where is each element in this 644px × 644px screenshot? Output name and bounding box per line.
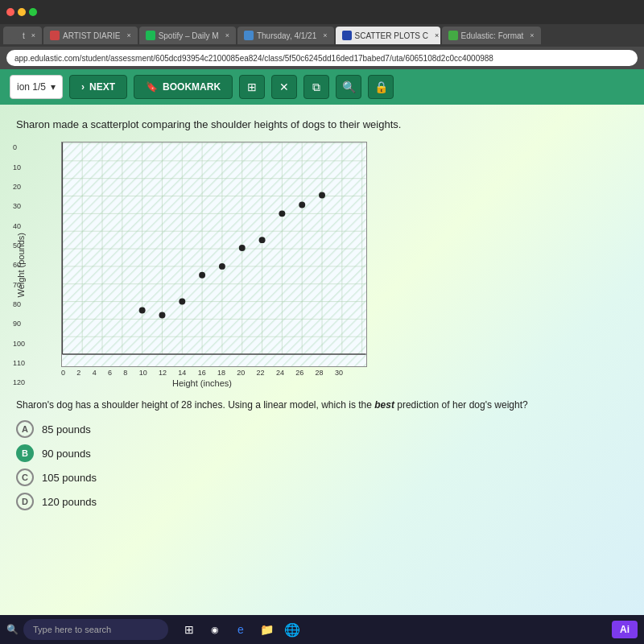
tab-favicon-2	[146, 31, 155, 40]
choice-a[interactable]: A 85 pounds	[16, 420, 628, 438]
choice-text-c: 105 pounds	[42, 472, 97, 484]
grid-icon: ⊞	[247, 80, 257, 93]
tab-close-3[interactable]: ×	[323, 31, 327, 39]
next-button[interactable]: › NEXT	[69, 75, 127, 99]
scatter-chart	[61, 142, 367, 367]
tab-label-0: t	[23, 31, 25, 40]
taskbar-icons: ⊞ ◉ e 📁 🌐	[180, 620, 302, 639]
lock-icon: 🔒	[374, 80, 388, 93]
choice-text-b: 90 pounds	[42, 448, 91, 460]
data-point-8	[299, 202, 305, 208]
tab-label-1: ARTIST DIARIE	[63, 31, 120, 40]
answer-stem: Sharon's dog has a shoulder height of 28…	[16, 398, 628, 412]
taskbar-chrome-icon[interactable]: 🌐	[283, 620, 302, 639]
bookmark-button[interactable]: 🔖 BOOKMARK	[134, 75, 233, 99]
address-bar: app.edulastic.com/student/assessment/605…	[0, 47, 644, 69]
tab-favicon-4	[342, 31, 352, 40]
taskbar-ai-button[interactable]: Ai	[612, 621, 638, 638]
data-point-6	[259, 237, 266, 243]
search-icon: 🔍	[342, 80, 356, 93]
choice-d[interactable]: D 120 pounds	[16, 493, 628, 510]
tab-1[interactable]: ARTIST DIARIE ×	[43, 27, 138, 44]
choice-text-a: 85 pounds	[42, 423, 91, 436]
grid-button[interactable]: ⊞	[239, 75, 265, 99]
tab-favicon-1	[50, 31, 60, 40]
svg-rect-2	[62, 142, 365, 366]
tab-label-5: Edulastic: Format	[461, 31, 524, 40]
tab-close-4[interactable]: ×	[435, 31, 439, 39]
window-minimize-dot[interactable]	[18, 8, 26, 16]
choice-circle-d[interactable]: D	[16, 493, 34, 510]
question-text: Sharon made a scatterplot comparing the …	[16, 118, 628, 132]
choice-text-d: 120 pounds	[42, 496, 97, 508]
choice-circle-a[interactable]: A	[16, 420, 34, 438]
choice-circle-b[interactable]: B	[16, 444, 34, 462]
tab-0[interactable]: t ×	[3, 27, 42, 44]
x-axis-title: Height (inches)	[37, 378, 343, 388]
tab-favicon-0	[10, 31, 19, 40]
y-axis-labels: 120 110 100 90 80 70 60 50 40 30 20 10 0	[13, 142, 25, 388]
choice-circle-c[interactable]: C	[16, 469, 34, 486]
taskbar-folder-icon[interactable]: 📁	[257, 620, 276, 639]
tab-2[interactable]: Spotify – Daily M ×	[139, 27, 236, 44]
taskbar: 🔍 Type here to search ⊞ ◉ e 📁 🌐 Ai	[0, 615, 644, 644]
main-content: Sharon made a scatterplot comparing the …	[0, 105, 644, 615]
window-close-dot[interactable]	[6, 8, 14, 16]
question-label: ion 1/5	[17, 81, 46, 93]
window-maximize-dot[interactable]	[29, 8, 37, 16]
data-point-7	[279, 211, 285, 217]
chart-svg	[62, 142, 366, 366]
tab-favicon-5	[448, 31, 458, 40]
close-button[interactable]: ✕	[271, 75, 297, 99]
tab-3[interactable]: Thursday, 4/1/21 ×	[237, 27, 334, 44]
taskbar-windows-icon[interactable]: ⊞	[180, 620, 199, 639]
taskbar-search-placeholder: Type here to search	[33, 625, 111, 634]
choice-b[interactable]: B 90 pounds	[16, 444, 628, 462]
search-button[interactable]: 🔍	[336, 75, 361, 99]
address-input[interactable]: app.edulastic.com/student/assessment/605…	[6, 50, 638, 66]
tab-bar: t × ARTIST DIARIE × Spotify – Daily M × …	[0, 24, 644, 47]
toolbar: ion 1/5 ▾ › NEXT 🔖 BOOKMARK ⊞ ✕ ⧉ 🔍 🔒	[0, 69, 644, 105]
choice-c[interactable]: C 105 pounds	[16, 469, 628, 486]
data-point-3	[199, 272, 205, 279]
bookmark-icon: 🔖	[146, 81, 158, 93]
data-point-1	[159, 312, 165, 319]
tab-5[interactable]: Edulastic: Format ×	[442, 27, 541, 44]
tab-favicon-3	[244, 31, 254, 40]
tab-4[interactable]: SCATTER PLOTS C ×	[336, 27, 440, 44]
address-text: app.edulastic.com/student/assessment/605…	[14, 54, 493, 63]
close-icon: ✕	[279, 80, 289, 93]
chart-wrapper: 120 110 100 90 80 70 60 50 40 30 20 10 0	[29, 142, 628, 388]
lock-button[interactable]: 🔒	[368, 75, 394, 99]
tab-close-2[interactable]: ×	[225, 31, 229, 39]
tab-label-2: Spotify – Daily M	[159, 31, 219, 40]
x-axis-labels: 0 2 4 6 8 10 12 14 16 18 20 22 24 26 28 …	[37, 369, 343, 377]
expand-button[interactable]: ⧉	[303, 75, 329, 99]
tab-close-1[interactable]: ×	[126, 31, 130, 39]
bookmark-label: BOOKMARK	[163, 81, 221, 93]
next-label: NEXT	[89, 81, 115, 93]
data-point-0	[139, 308, 146, 314]
expand-icon: ⧉	[312, 80, 320, 94]
data-point-5	[239, 245, 246, 251]
next-arrow-icon: ›	[81, 81, 85, 93]
chart-container: Weight (pounds) 120 110 100 90 80 70 60 …	[16, 142, 628, 388]
answer-choices: A 85 pounds B 90 pounds C 105 pounds D 1…	[16, 420, 628, 510]
tab-close-0[interactable]: ×	[31, 31, 35, 39]
data-point-9	[319, 192, 325, 199]
data-point-4	[219, 263, 225, 270]
search-icon: 🔍	[6, 624, 19, 635]
taskbar-edge-icon[interactable]: e	[231, 620, 250, 639]
tab-close-5[interactable]: ×	[530, 31, 534, 39]
data-point-2	[179, 299, 185, 305]
taskbar-search-input[interactable]: Type here to search	[23, 619, 168, 640]
chevron-down-icon: ▾	[51, 81, 56, 93]
tab-label-3: Thursday, 4/1/21	[257, 31, 316, 40]
question-selector[interactable]: ion 1/5 ▾	[10, 75, 63, 99]
browser-chrome	[0, 0, 644, 24]
tab-label-4: SCATTER PLOTS C	[355, 31, 429, 40]
taskbar-cortana-icon[interactable]: ◉	[205, 620, 225, 639]
